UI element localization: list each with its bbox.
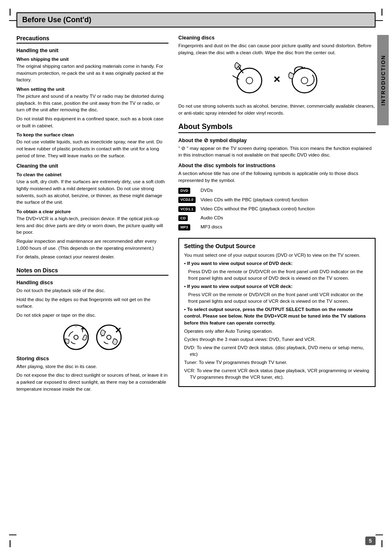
about-symbol-label: About the ⊘ symbol display xyxy=(178,138,247,143)
list-item-mp3: MP3 MP3 discs xyxy=(178,223,376,230)
disc-handling-images xyxy=(16,323,168,352)
cleaning-discs-text1: Fingerprints and dust on the disc can ca… xyxy=(178,42,376,56)
two-column-layout: Precautions Handling the unit When shipp… xyxy=(16,35,376,394)
mp3-badge: MP3 xyxy=(178,224,190,230)
bad-disc-icon xyxy=(95,323,123,352)
tuner-view-text: Tuner: To view TV programmes through TV … xyxy=(184,359,370,366)
dvd-deck-text: Press DVD on the remote or DVD/VCR on th… xyxy=(188,268,370,281)
svg-point-6 xyxy=(107,335,111,340)
cd-label: Audio CDs xyxy=(201,214,223,221)
storing-discs-title: Storing discs xyxy=(16,356,168,362)
right-column: INTRODUCTION Cleaning discs Fingerprints… xyxy=(178,35,376,394)
dvd-view-text: DVD: To view the current DVD deck status… xyxy=(184,344,370,357)
when-setting-title: When setting the unit xyxy=(16,87,168,92)
introduction-tab: INTRODUCTION xyxy=(377,35,389,125)
svg-point-1 xyxy=(74,335,78,340)
dvd-badge: DVD xyxy=(178,188,190,194)
corner-mark-bl: —| xyxy=(9,530,16,548)
when-setting-text1: The picture and sound of a nearby TV or … xyxy=(16,93,168,113)
page-title: Before Use (Cont'd) xyxy=(16,12,376,28)
cleaning-discs-text2: Do not use strong solvents such as alcoh… xyxy=(178,103,376,116)
keep-surface-title: To keep the surface clean xyxy=(16,132,168,137)
disc-symbols-title: About the disc symbols for instructions xyxy=(178,163,376,168)
left-column: Precautions Handling the unit When shipp… xyxy=(16,35,168,394)
output-source-intro: You must select one of your output sourc… xyxy=(184,252,370,258)
page: |— |— —| —| Before Use (Cont'd) Precauti… xyxy=(0,0,392,555)
clear-picture-text2: Regular inspection and maintenance are r… xyxy=(16,238,168,251)
page-number: 5 xyxy=(365,537,376,545)
select-output-bold: To select output source, press the OUTPU… xyxy=(184,307,366,325)
clear-picture-title: To obtain a clear picture xyxy=(16,209,168,214)
handling-discs-text1: Do not touch the playback side of the di… xyxy=(16,287,168,294)
clear-picture-text3: For details, please contact your nearest… xyxy=(16,253,168,260)
corner-mark-tl: |— xyxy=(9,7,16,25)
handling-discs-text2: Hold the disc by the edges so that finge… xyxy=(16,296,168,310)
cleaning-unit-title: Cleaning the unit xyxy=(16,163,168,169)
vcd11-badge: VCD1.1 xyxy=(178,206,196,212)
svg-point-11 xyxy=(292,68,317,93)
notes-on-discs-title: Notes on Discs xyxy=(16,267,168,276)
handling-discs-title: Handling discs xyxy=(16,280,168,286)
about-symbols-title: About Symbols xyxy=(178,122,376,133)
cycles-text: Cycles through the 3 main output views: … xyxy=(184,336,370,343)
svg-point-9 xyxy=(237,68,262,93)
clear-picture-text1: The DVD+VCR is a high-tech, precision de… xyxy=(16,215,168,236)
mp3-label: MP3 discs xyxy=(201,223,222,230)
dvd-label: DVDs xyxy=(201,187,213,193)
list-item-cd: CD Audio CDs xyxy=(178,214,376,221)
cd-badge: CD xyxy=(178,215,188,221)
vcr-deck-bold: If you want to view output source of VCR… xyxy=(187,284,293,289)
operates-text: Operates only after Auto Tuning operatio… xyxy=(184,328,370,334)
when-shipping-title: When shipping the unit xyxy=(16,57,168,62)
output-source-title: Setting the Output Source xyxy=(184,243,370,249)
handling-discs-text3: Do not stick paper or tape on the disc. xyxy=(16,312,168,319)
svg-point-12 xyxy=(301,77,308,84)
corner-mark-tr: |— xyxy=(376,7,383,25)
vcr-deck-text: Press VCR on the remote or DVD/VCR on th… xyxy=(188,291,370,304)
precautions-title: Precautions xyxy=(16,35,168,44)
output-source-box: Setting the Output Source You must selec… xyxy=(178,238,376,387)
dvd-deck-label: • If you want to view output source of D… xyxy=(184,260,370,267)
vcd11-label: Video CDs without the PBC (playback cont… xyxy=(201,205,315,212)
list-item-vcd20: VCD2.0 Video CDs with the PBC (playback … xyxy=(178,196,376,203)
symbol-display-text: " ⊘ " may appear on the TV screen during… xyxy=(178,145,376,159)
symbol-list: DVD DVDs VCD2.0 Video CDs with the PBC (… xyxy=(178,187,376,230)
cleaning-disc-images: × xyxy=(178,61,376,98)
symbol-display-title: About the ⊘ symbol display xyxy=(178,137,376,143)
times-symbol: × xyxy=(274,73,280,86)
clean-bad-icon xyxy=(286,61,323,98)
storing-discs-text2: Do not expose the disc to direct sunligh… xyxy=(16,372,168,392)
vcr-view-text: VCR: To view the current VCR deck status… xyxy=(184,367,370,380)
list-item-dvd: DVD DVDs xyxy=(178,187,376,193)
when-setting-text2: Do not install this equipment in a confi… xyxy=(16,115,168,129)
handling-unit-title: Handling the unit xyxy=(16,48,168,53)
vcr-deck-label: • If you want to view output source of V… xyxy=(184,283,370,290)
svg-point-10 xyxy=(246,77,253,84)
vcd20-label: Video CDs with the PBC (playback control… xyxy=(201,196,308,203)
select-output-label: • To select output source, press the OUT… xyxy=(184,306,370,326)
list-item-vcd11: VCD1.1 Video CDs without the PBC (playba… xyxy=(178,205,376,212)
clean-good-icon xyxy=(231,61,268,98)
dvd-deck-bold: If you want to view output source of DVD… xyxy=(187,261,293,266)
vcd20-badge: VCD2.0 xyxy=(178,197,196,203)
when-shipping-text: The original shipping carton and packing… xyxy=(16,63,168,83)
corner-mark-br: —| xyxy=(376,530,383,548)
clean-cabinet-title: To clean the cabinet xyxy=(16,172,168,177)
cleaning-discs-title: Cleaning discs xyxy=(178,35,376,41)
storing-discs-text1: After playing, store the disc in its cas… xyxy=(16,363,168,370)
keep-surface-text: Do not use volatile liquids, such as ins… xyxy=(16,138,168,159)
clean-cabinet-text: Use a soft, dry cloth. If the surfaces a… xyxy=(16,178,168,206)
disc-symbols-intro: A section whose title has one of the fol… xyxy=(178,170,376,184)
good-disc-icon xyxy=(62,323,90,352)
